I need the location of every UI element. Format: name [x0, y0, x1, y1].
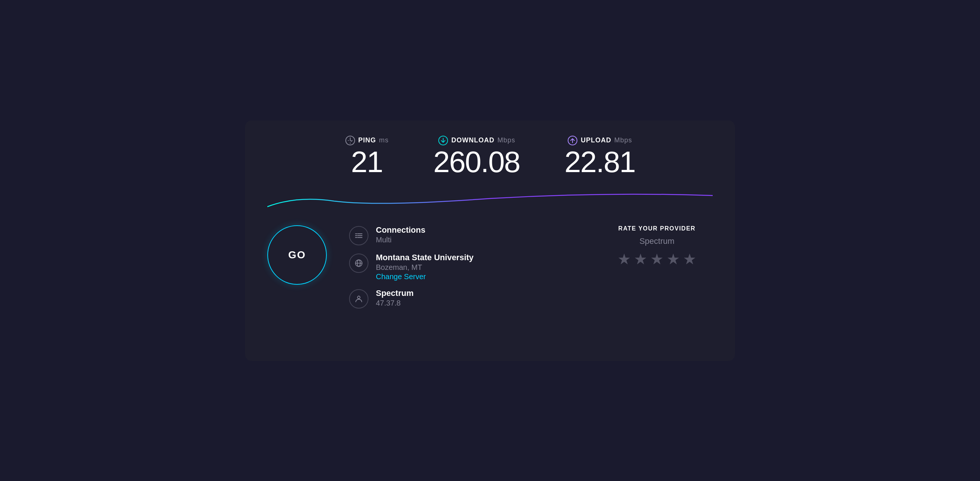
rating-provider: Spectrum: [640, 237, 675, 246]
ping-label: PING: [358, 137, 376, 144]
star-5[interactable]: ★: [683, 251, 696, 268]
main-content: GO Connections Multi: [267, 225, 713, 308]
change-server-link[interactable]: Change Server: [376, 273, 474, 281]
speedtest-app: PING ms 21 DOWNLOAD Mbps 260.08: [245, 121, 735, 361]
download-unit: Mbps: [498, 137, 515, 144]
download-stat: DOWNLOAD Mbps 260.08: [433, 135, 520, 177]
isp-ip: 47.37.8: [376, 299, 414, 307]
upload-unit: Mbps: [614, 137, 632, 144]
ping-unit: ms: [379, 137, 389, 144]
server-icon-circle: [349, 254, 368, 273]
connections-item: Connections Multi: [349, 225, 579, 245]
download-label: DOWNLOAD: [451, 137, 495, 144]
star-3[interactable]: ★: [650, 251, 663, 268]
isp-icon-circle: [349, 289, 368, 308]
download-value: 260.08: [433, 147, 520, 177]
person-icon: [354, 294, 363, 303]
upload-value: 22.81: [564, 147, 635, 177]
server-location: Bozeman, MT: [376, 263, 474, 272]
wave-graphic: [267, 188, 713, 210]
rating-section: RATE YOUR PROVIDER Spectrum ★ ★ ★ ★ ★: [601, 225, 713, 268]
svg-point-5: [358, 296, 360, 298]
isp-name: Spectrum: [376, 289, 414, 298]
ping-stat: PING ms 21: [345, 135, 389, 177]
server-name: Montana State University: [376, 253, 474, 262]
upload-stat: UPLOAD Mbps 22.81: [564, 135, 635, 177]
download-label-row: DOWNLOAD Mbps: [438, 135, 515, 146]
isp-item: Spectrum 47.37.8: [349, 289, 579, 308]
isp-text: Spectrum 47.37.8: [376, 289, 414, 307]
connections-title: Connections: [376, 225, 425, 235]
connections-text: Connections Multi: [376, 225, 425, 244]
globe-icon: [354, 259, 363, 268]
info-section: Connections Multi Montana State Universi…: [349, 225, 579, 308]
connections-icon: [354, 231, 363, 240]
star-1[interactable]: ★: [617, 251, 631, 268]
wave-svg: [267, 188, 713, 210]
server-text: Montana State University Bozeman, MT Cha…: [376, 253, 474, 281]
upload-icon: [567, 135, 578, 146]
stars-row: ★ ★ ★ ★ ★: [617, 251, 696, 268]
star-4[interactable]: ★: [667, 251, 680, 268]
ping-icon: [345, 135, 355, 146]
download-icon: [438, 135, 449, 146]
ping-value: 21: [351, 147, 383, 177]
rate-label: RATE YOUR PROVIDER: [618, 225, 695, 232]
ping-label-row: PING ms: [345, 135, 389, 146]
connections-icon-circle: [349, 226, 368, 245]
upload-label: UPLOAD: [581, 137, 611, 144]
go-button[interactable]: GO: [267, 225, 327, 285]
star-2[interactable]: ★: [634, 251, 647, 268]
stats-row: PING ms 21 DOWNLOAD Mbps 260.08: [267, 135, 713, 177]
connections-value: Multi: [376, 236, 425, 244]
server-item: Montana State University Bozeman, MT Cha…: [349, 253, 579, 281]
upload-label-row: UPLOAD Mbps: [567, 135, 632, 146]
